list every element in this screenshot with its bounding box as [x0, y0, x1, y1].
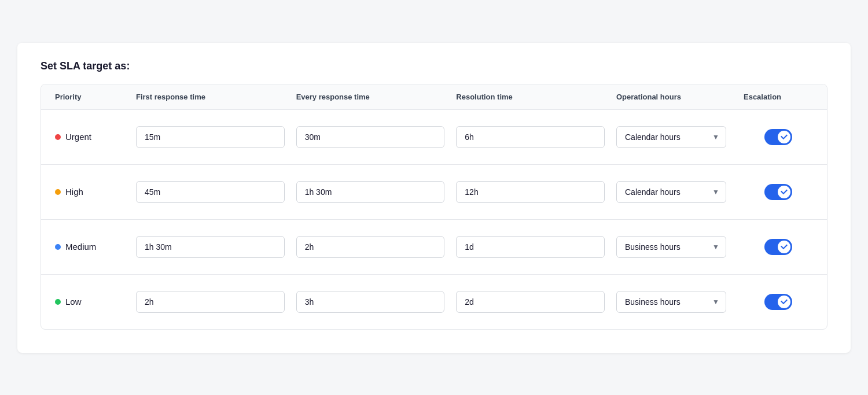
escalation-cell-high [744, 184, 813, 200]
priority-dot-urgent [55, 134, 61, 140]
escalation-cell-medium [744, 239, 813, 255]
operational-select-wrapper-medium: Calendar hoursBusiness hours ▼ [616, 236, 726, 258]
operational-cell-medium: Calendar hoursBusiness hours ▼ [616, 236, 744, 258]
priority-label-low: Low [65, 297, 82, 307]
col-operational: Operational hours [616, 93, 744, 101]
resolution-input-low[interactable] [456, 291, 605, 313]
resolution-input-high[interactable] [456, 181, 605, 203]
escalation-cell-low [744, 294, 813, 310]
every-response-cell-high [296, 181, 457, 203]
resolution-input-urgent[interactable] [456, 126, 605, 148]
toggle-thumb-low [778, 296, 790, 308]
escalation-cell-urgent [744, 129, 813, 145]
table-row-urgent: Urgent Calendar hoursBusiness hours ▼ [41, 110, 827, 165]
sla-table: Priority First response time Every respo… [41, 84, 827, 330]
col-first-response: First response time [136, 93, 296, 101]
operational-select-urgent[interactable]: Calendar hoursBusiness hours [616, 126, 726, 148]
table-row-high: High Calendar hoursBusiness hours ▼ [41, 165, 827, 220]
toggle-track-urgent [764, 129, 792, 145]
every-response-input-urgent[interactable] [296, 126, 445, 148]
first-response-input-medium[interactable] [136, 236, 285, 258]
first-response-input-low[interactable] [136, 291, 285, 313]
operational-select-high[interactable]: Calendar hoursBusiness hours [616, 181, 726, 203]
every-response-cell-low [296, 291, 457, 313]
escalation-toggle-urgent[interactable] [764, 129, 792, 145]
priority-label-urgent: Urgent [65, 132, 91, 142]
priority-cell-high: High [55, 187, 136, 197]
toggle-track-low [764, 294, 792, 310]
priority-dot-medium [55, 244, 61, 250]
table-row-low: Low Calendar hoursBusiness hours ▼ [41, 275, 827, 329]
first-response-cell-low [136, 291, 296, 313]
page-title: Set SLA target as: [41, 60, 827, 72]
every-response-input-low[interactable] [296, 291, 445, 313]
table-body: Urgent Calendar hoursBusiness hours ▼ [41, 110, 827, 329]
col-every-response: Every response time [296, 93, 457, 101]
resolution-cell-low [456, 291, 616, 313]
operational-select-wrapper-high: Calendar hoursBusiness hours ▼ [616, 181, 726, 203]
toggle-track-high [764, 184, 792, 200]
resolution-cell-medium [456, 236, 616, 258]
operational-select-wrapper-urgent: Calendar hoursBusiness hours ▼ [616, 126, 726, 148]
toggle-thumb-high [778, 186, 790, 198]
resolution-input-medium[interactable] [456, 236, 605, 258]
first-response-cell-high [136, 181, 296, 203]
first-response-input-high[interactable] [136, 181, 285, 203]
priority-dot-low [55, 299, 61, 305]
priority-dot-high [55, 189, 61, 195]
table-row-medium: Medium Calendar hoursBusiness hours ▼ [41, 220, 827, 275]
operational-cell-urgent: Calendar hoursBusiness hours ▼ [616, 126, 744, 148]
priority-cell-urgent: Urgent [55, 132, 136, 142]
resolution-cell-high [456, 181, 616, 203]
every-response-input-medium[interactable] [296, 236, 445, 258]
toggle-thumb-medium [778, 241, 790, 253]
every-response-input-high[interactable] [296, 181, 445, 203]
col-resolution: Resolution time [456, 93, 616, 101]
toggle-thumb-urgent [778, 131, 790, 143]
col-priority: Priority [55, 93, 136, 101]
every-response-cell-medium [296, 236, 457, 258]
resolution-cell-urgent [456, 126, 616, 148]
col-escalation: Escalation [744, 93, 813, 101]
operational-cell-low: Calendar hoursBusiness hours ▼ [616, 291, 744, 313]
every-response-cell-urgent [296, 126, 457, 148]
priority-cell-low: Low [55, 297, 136, 307]
priority-label-high: High [65, 187, 83, 197]
toggle-track-medium [764, 239, 792, 255]
table-header: Priority First response time Every respo… [41, 84, 827, 110]
operational-cell-high: Calendar hoursBusiness hours ▼ [616, 181, 744, 203]
first-response-cell-urgent [136, 126, 296, 148]
operational-select-medium[interactable]: Calendar hoursBusiness hours [616, 236, 726, 258]
operational-select-low[interactable]: Calendar hoursBusiness hours [616, 291, 726, 313]
escalation-toggle-low[interactable] [764, 294, 792, 310]
escalation-toggle-medium[interactable] [764, 239, 792, 255]
priority-label-medium: Medium [65, 242, 96, 252]
first-response-input-urgent[interactable] [136, 126, 285, 148]
sla-container: Set SLA target as: Priority First respon… [17, 43, 851, 353]
operational-select-wrapper-low: Calendar hoursBusiness hours ▼ [616, 291, 726, 313]
escalation-toggle-high[interactable] [764, 184, 792, 200]
priority-cell-medium: Medium [55, 242, 136, 252]
first-response-cell-medium [136, 236, 296, 258]
